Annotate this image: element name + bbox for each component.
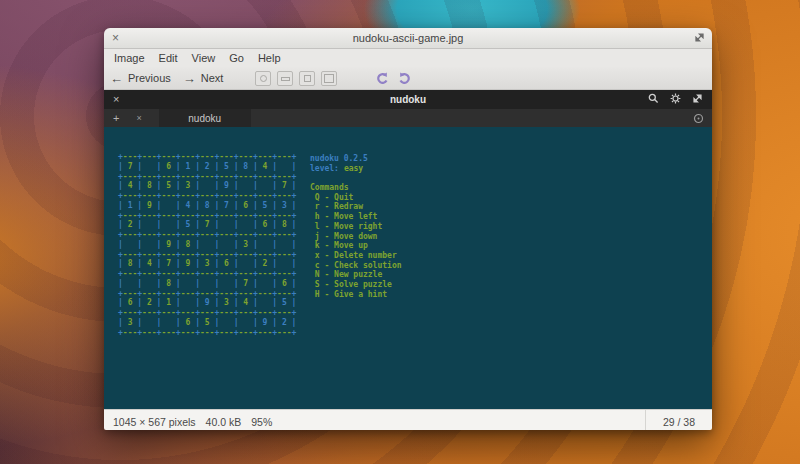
image-dimensions: 1045 × 567 pixels: [113, 416, 196, 428]
previous-button[interactable]: ← Previous: [104, 67, 177, 89]
image-viewer-window: × nudoku-ascii-game.jpg ImageEditViewGoH…: [104, 28, 712, 430]
zoom-best-fit-icon[interactable]: [321, 71, 337, 86]
file-size: 40.0 kB: [206, 416, 242, 428]
status-left: 1045 × 567 pixels 40.0 kB 95%: [104, 410, 645, 430]
menu-view[interactable]: View: [185, 49, 223, 67]
sudoku-grid: +---+---+---+---+---+---+---+---+---+ | …: [118, 152, 296, 337]
next-label: Next: [201, 72, 224, 84]
menu-bar: ImageEditViewGoHelp: [104, 49, 712, 67]
commands-title: Commands: [310, 183, 402, 193]
zoom-tools: [255, 71, 337, 86]
command-k: k - Move up: [310, 241, 402, 251]
terminal-titlebar-icons: [648, 93, 703, 104]
command-S: S - Solve puzzle: [310, 280, 402, 290]
rotate-tools: [375, 71, 412, 86]
menu-go[interactable]: Go: [222, 49, 251, 67]
tab-close-icon: ×: [136, 109, 141, 127]
arrow-left-icon: ←: [110, 71, 123, 86]
game-level: level:easy: [310, 164, 402, 174]
terminal-title: nudoku: [104, 94, 712, 105]
status-bar: 1045 × 567 pixels 40.0 kB 95% 29 / 38: [104, 409, 712, 430]
new-tab-icon: +: [113, 109, 119, 127]
toolbar: ← Previous → Next: [104, 67, 712, 90]
rotate-left-icon[interactable]: [375, 71, 390, 86]
command-Q: Q - Quit: [310, 193, 402, 203]
gear-icon: [670, 93, 681, 104]
terminal-tabbar: + × nudoku: [104, 109, 712, 127]
zoom-in-icon[interactable]: [255, 71, 271, 86]
command-x: x - Delete number: [310, 251, 402, 261]
search-icon: [648, 93, 659, 104]
command-r: r - Redraw: [310, 202, 402, 212]
zoom-out-icon[interactable]: [277, 71, 293, 86]
image-position: 29 / 38: [645, 410, 712, 430]
close-icon[interactable]: ×: [112, 29, 119, 47]
game-info-panel: nudoku 0.2.5 level:easy Commands Q - Qui…: [310, 154, 402, 299]
previous-label: Previous: [128, 72, 171, 84]
menu-image[interactable]: Image: [107, 49, 152, 67]
terminal-screen: +---+---+---+---+---+---+---+---+---+ | …: [104, 127, 712, 409]
terminal-titlebar: × nudoku: [104, 90, 712, 109]
maximize-icon[interactable]: [694, 32, 705, 43]
image-display-area[interactable]: × nudoku + × nudoku: [104, 90, 712, 409]
command-l: l - Move right: [310, 222, 402, 232]
terminal-maximize-icon: [692, 93, 703, 104]
desktop: × nudoku-ascii-game.jpg ImageEditViewGoH…: [0, 0, 800, 464]
viewer-titlebar[interactable]: × nudoku-ascii-game.jpg: [104, 28, 712, 49]
command-H: H - Give a hint: [310, 290, 402, 300]
menu-help[interactable]: Help: [251, 49, 288, 67]
tab-menu-icon: [693, 113, 704, 124]
game-version: nudoku 0.2.5: [310, 154, 402, 164]
terminal-close-icon: ×: [113, 90, 119, 109]
command-h: h - Move left: [310, 212, 402, 222]
command-N: N - New puzzle: [310, 270, 402, 280]
arrow-right-icon: →: [183, 71, 196, 86]
command-c: c - Check solution: [310, 261, 402, 271]
menu-edit[interactable]: Edit: [152, 49, 185, 67]
command-j: j - Move down: [310, 232, 402, 242]
next-button[interactable]: → Next: [177, 67, 230, 89]
zoom-level: 95%: [251, 416, 272, 428]
zoom-normal-icon[interactable]: [299, 71, 315, 86]
rotate-right-icon[interactable]: [397, 71, 412, 86]
terminal-tab-nudoku: nudoku: [159, 109, 251, 127]
blank-line: [310, 173, 402, 183]
window-title: nudoku-ascii-game.jpg: [104, 32, 712, 44]
